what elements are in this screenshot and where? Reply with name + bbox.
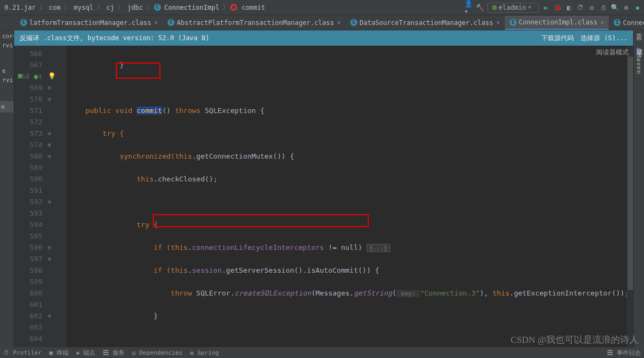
- terminal-tool[interactable]: ▣ 终端: [49, 349, 69, 357]
- maven-m-icon: m: [635, 47, 642, 52]
- left-item-active[interactable]: e: [0, 101, 14, 112]
- run-config[interactable]: eladmin ▼: [487, 3, 539, 12]
- line-number[interactable]: 603: [16, 322, 42, 333]
- bc-method[interactable]: commit: [239, 4, 267, 11]
- tab-platform-tm[interactable]: ClatformTransactionManager.class×: [15, 16, 163, 30]
- bc-jdbc[interactable]: jdbc: [125, 4, 145, 11]
- services-tool[interactable]: ☰ 服务: [103, 349, 125, 357]
- line-number[interactable]: 571: [16, 105, 42, 116]
- class-file-icon: C: [350, 19, 357, 26]
- database-label[interactable]: 数据库: [635, 43, 643, 45]
- line-number[interactable]: 604: [16, 333, 42, 344]
- line-number[interactable]: 592: [16, 196, 42, 208]
- code-line[interactable]: this.checkClosed();: [66, 173, 633, 185]
- debug-icon[interactable]: 🐞: [553, 3, 562, 12]
- code-line[interactable]: try {: [66, 219, 633, 230]
- code-line[interactable]: synchronized(this.getConnectionMutex()) …: [66, 150, 633, 162]
- code-line[interactable]: try {: [66, 128, 633, 139]
- bc-com[interactable]: com: [47, 4, 63, 11]
- line-number[interactable]: 593: [16, 208, 42, 219]
- profile-icon[interactable]: ⏱: [576, 3, 585, 12]
- ide-icon[interactable]: ◆: [633, 3, 642, 12]
- scrollbar-track[interactable]: [627, 46, 633, 347]
- fold-gutter[interactable]: 💡 ⊖⊖ ⊖ ⊕ ⊖ ⊖ ⊖ ⊖ ⊖: [47, 46, 66, 347]
- gutter-override-icon[interactable]: [18, 74, 22, 78]
- bc-mysql[interactable]: mysql: [71, 4, 95, 11]
- left-item[interactable]: rvice: [0, 41, 14, 50]
- code-area[interactable]: } public void commit() throws SQLExcepti…: [66, 46, 633, 347]
- close-icon[interactable]: ×: [337, 20, 340, 26]
- close-icon[interactable]: ×: [154, 20, 158, 26]
- settings-icon[interactable]: ⚙: [622, 3, 630, 12]
- right-toolwindow[interactable]: 🗄 数据库 m Maven: [633, 30, 644, 347]
- line-number[interactable]: 602: [16, 310, 42, 322]
- line-number[interactable]: 572: [16, 116, 42, 128]
- code-line[interactable]: [66, 196, 633, 208]
- class-file-icon: C: [20, 19, 27, 26]
- code-line[interactable]: }: [66, 310, 633, 322]
- line-number[interactable]: 601: [16, 299, 42, 310]
- spring-tool[interactable]: ✿ Spring: [190, 349, 219, 356]
- left-item[interactable]: cord: [0, 32, 14, 41]
- scrollbar-thumb[interactable]: [628, 56, 633, 290]
- line-number[interactable]: 569: [16, 82, 42, 93]
- code-line[interactable]: if (this.session.getServerSession().isAu…: [66, 265, 633, 276]
- left-item[interactable]: rvice: [0, 76, 14, 85]
- tab-abstract-tm[interactable]: CAbstractPlatformTransactionManager.clas…: [163, 16, 345, 30]
- status-bar: ⏱ Profiler ▣ 终端 ◈ 端点 ☰ 服务 ◎ Dependencies…: [0, 347, 644, 358]
- line-number[interactable]: 590: [16, 173, 42, 185]
- line-number[interactable]: 568 ●↑: [16, 71, 42, 82]
- breakpoints-tool[interactable]: ◈ 端点: [76, 349, 95, 357]
- event-log[interactable]: ☰ 事件日志: [607, 349, 641, 357]
- user-icon[interactable]: 👤▾: [465, 3, 473, 12]
- line-number[interactable]: 596: [16, 242, 42, 253]
- deps-tool[interactable]: ◎ Dependencies: [132, 349, 183, 356]
- bc-jar[interactable]: 0.21.jar: [2, 4, 38, 11]
- download-sources-link[interactable]: 下载源代码: [541, 34, 574, 43]
- coverage-icon[interactable]: ◧: [565, 3, 573, 12]
- code-line[interactable]: [66, 82, 633, 93]
- tab-connectionimpl[interactable]: CConnectionImpl.class×: [505, 16, 609, 30]
- code-line[interactable]: public void commit() throws SQLException…: [66, 105, 633, 116]
- bulb-icon[interactable]: 💡: [48, 71, 56, 82]
- line-number[interactable]: 567: [16, 59, 42, 71]
- line-number[interactable]: 595: [16, 230, 42, 242]
- line-number[interactable]: 599: [16, 276, 42, 287]
- search-icon[interactable]: 🔍: [610, 3, 619, 12]
- line-number[interactable]: 566: [16, 48, 42, 59]
- close-icon[interactable]: ×: [600, 20, 604, 26]
- line-number[interactable]: 574: [16, 139, 42, 150]
- profiler-tool[interactable]: ⏱ Profiler: [3, 349, 42, 356]
- editor[interactable]: 566 567 568 ●↑ 569 570 571 572 573 574 5…: [14, 46, 633, 347]
- hammer-icon[interactable]: 🔨: [476, 3, 485, 12]
- code-line[interactable]: }: [66, 59, 633, 71]
- class-file-icon: C: [510, 19, 517, 26]
- line-number[interactable]: 588: [16, 150, 42, 162]
- git-icon[interactable]: ⎙: [599, 3, 608, 12]
- left-item[interactable]: e: [0, 66, 14, 76]
- line-number[interactable]: 598: [16, 265, 42, 276]
- line-number[interactable]: 570: [16, 93, 42, 105]
- line-number[interactable]: 597: [16, 253, 42, 265]
- reader-mode-link[interactable]: 阅读器模式: [596, 48, 629, 57]
- left-toolwindow[interactable]: cord rvice e rvice e: [0, 30, 14, 347]
- tab-connection-java[interactable]: IConnection.java×: [609, 16, 644, 30]
- maven-label[interactable]: Maven: [635, 54, 642, 74]
- breadcrumb[interactable]: 0.21.jar〉 com〉 mysql〉 cj〉 jdbc〉 CConnect…: [2, 3, 267, 12]
- close-icon[interactable]: ×: [497, 20, 500, 26]
- line-number[interactable]: 594: [16, 219, 42, 230]
- bc-cj[interactable]: cj: [104, 4, 116, 11]
- code-line[interactable]: throw SQLError.createSQLException(Messag…: [66, 287, 633, 299]
- line-number[interactable]: 573: [16, 128, 42, 139]
- tab-datasource-tm[interactable]: CDataSourceTransactionManager.class×: [345, 16, 505, 30]
- line-number[interactable]: 600: [16, 287, 42, 299]
- run-icon[interactable]: ▶: [542, 3, 550, 12]
- choose-sources-link[interactable]: 选择源 (S)...: [580, 34, 628, 43]
- line-number[interactable]: 589: [16, 162, 42, 173]
- stop-icon[interactable]: ■: [587, 3, 596, 12]
- line-gutter[interactable]: 566 567 568 ●↑ 569 570 571 572 573 574 5…: [14, 46, 47, 347]
- line-number[interactable]: 591: [16, 185, 42, 196]
- db-icon[interactable]: 🗄: [636, 34, 642, 41]
- code-line[interactable]: if (this.connectionLifecycleInterceptors…: [66, 242, 633, 253]
- bc-class[interactable]: ConnectionImpl: [162, 4, 221, 11]
